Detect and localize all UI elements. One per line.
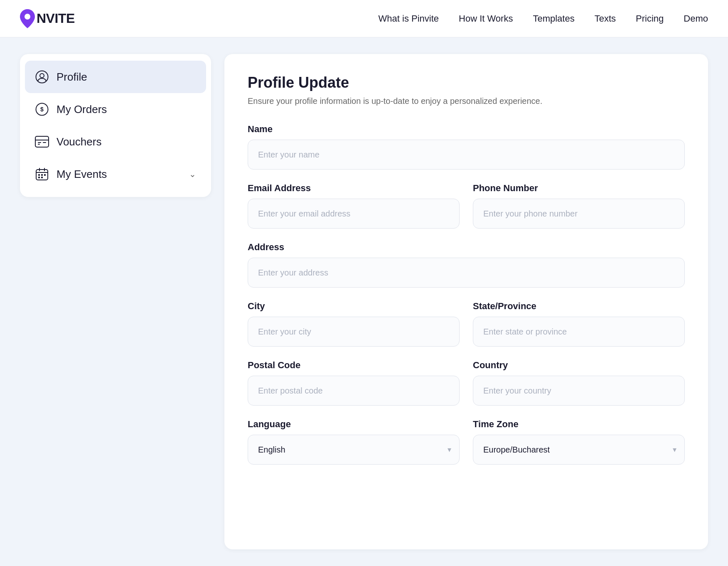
sidebar-item-vouchers-label: Vouchers [57, 135, 101, 148]
sidebar-item-orders-label: My Orders [57, 103, 107, 116]
nav-pricing[interactable]: Pricing [636, 13, 664, 24]
timezone-label: Time Zone [473, 419, 685, 430]
svg-rect-5 [35, 136, 49, 147]
page-subtitle: Ensure your profile information is up-to… [248, 95, 685, 107]
sidebar-item-profile-label: Profile [57, 71, 87, 84]
name-input[interactable] [248, 140, 685, 170]
city-label: City [248, 301, 460, 312]
timezone-field-group: Time Zone Europe/Bucharest UTC America/N… [473, 419, 685, 465]
email-input[interactable] [248, 199, 460, 229]
language-timezone-row: Language English English French Spanish … [248, 419, 685, 465]
svg-rect-16 [44, 174, 46, 176]
state-field-group: State/Province [473, 301, 685, 347]
state-input[interactable] [473, 317, 685, 347]
orders-icon: $ [35, 102, 49, 116]
email-phone-row: Email Address Phone Number [248, 183, 685, 229]
address-label: Address [248, 242, 685, 253]
page-title: Profile Update [248, 74, 685, 91]
language-label: Language [248, 419, 460, 430]
name-label: Name [248, 124, 685, 135]
country-input[interactable] [473, 376, 685, 406]
phone-input[interactable] [473, 199, 685, 229]
profile-update-form: Profile Update Ensure your profile infor… [224, 54, 708, 549]
postal-label: Postal Code [248, 360, 460, 371]
language-select[interactable]: English English French Spanish [248, 435, 460, 465]
email-label: Email Address [248, 183, 460, 194]
email-field-group: Email Address [248, 183, 460, 229]
language-select-wrapper: English English French Spanish [248, 435, 460, 465]
sidebar-item-events-label: My Events [57, 168, 107, 181]
nav-demo[interactable]: Demo [684, 13, 708, 24]
svg-rect-8 [43, 142, 46, 143]
name-field-group: Name [248, 124, 685, 170]
chevron-down-icon: ⌄ [189, 169, 196, 179]
address-input[interactable] [248, 258, 685, 288]
city-state-row: City State/Province [248, 301, 685, 347]
country-label: Country [473, 360, 685, 371]
nav-what-is-pinvite[interactable]: What is Pinvite [379, 13, 439, 24]
nav-how-it-works[interactable]: How It Works [459, 13, 513, 24]
timezone-select[interactable]: Europe/Bucharest UTC America/New_York Am… [473, 435, 685, 465]
language-field-group: Language English English French Spanish [248, 419, 460, 465]
profile-icon [35, 70, 49, 84]
nav-texts[interactable]: Texts [595, 13, 616, 24]
address-field-group: Address [248, 242, 685, 288]
svg-point-2 [40, 74, 44, 78]
city-field-group: City [248, 301, 460, 347]
svg-rect-9 [38, 144, 40, 145]
main-nav: What is Pinvite How It Works Templates T… [379, 13, 708, 24]
postal-input[interactable] [248, 376, 460, 406]
svg-point-0 [25, 14, 30, 20]
svg-rect-18 [41, 177, 43, 178]
sidebar: Profile $ My Orders Vouche [20, 54, 211, 197]
postal-field-group: Postal Code [248, 360, 460, 406]
events-icon [35, 167, 49, 181]
page-body: Profile $ My Orders Vouche [0, 37, 728, 566]
nav-templates[interactable]: Templates [533, 13, 574, 24]
svg-rect-15 [41, 174, 43, 176]
postal-country-row: Postal Code Country [248, 360, 685, 406]
sidebar-item-my-orders[interactable]: $ My Orders [25, 93, 206, 126]
sidebar-item-profile[interactable]: Profile [25, 61, 206, 93]
main-header: NVITE What is Pinvite How It Works Templ… [0, 0, 728, 37]
svg-rect-7 [38, 142, 41, 143]
svg-text:$: $ [40, 106, 44, 113]
svg-rect-17 [38, 177, 40, 178]
phone-label: Phone Number [473, 183, 685, 194]
phone-field-group: Phone Number [473, 183, 685, 229]
timezone-select-wrapper: Europe/Bucharest UTC America/New_York Am… [473, 435, 685, 465]
sidebar-item-vouchers[interactable]: Vouchers [25, 126, 206, 158]
sidebar-item-my-events[interactable]: My Events ⌄ [25, 158, 206, 190]
vouchers-icon [35, 135, 49, 149]
svg-rect-14 [38, 174, 40, 176]
logo[interactable]: NVITE [20, 9, 75, 28]
city-input[interactable] [248, 317, 460, 347]
state-label: State/Province [473, 301, 685, 312]
country-field-group: Country [473, 360, 685, 406]
